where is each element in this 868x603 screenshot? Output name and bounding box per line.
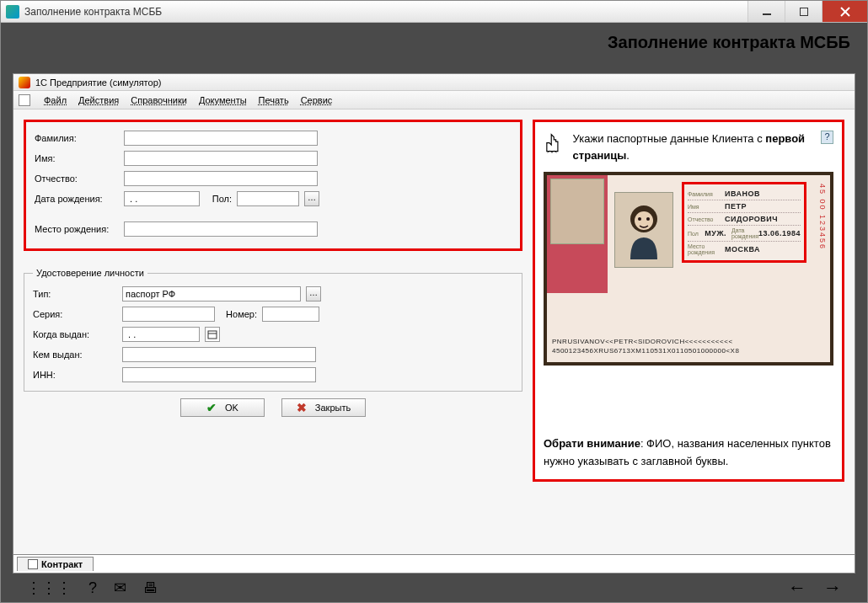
- issued-by-label: Кем выдан:: [33, 350, 117, 360]
- help-button[interactable]: ?: [821, 131, 833, 144]
- simulator-titlebar: 1С Предприятие (симулятор): [13, 74, 855, 91]
- statusbar: ⋮⋮⋮ ? ✉ 🖶 ← →: [13, 574, 855, 602]
- issued-when-input[interactable]: [122, 327, 200, 342]
- passport-highlighted-fields: ФамилияИВАНОВ ИмяПЕТР ОтчествоСИДОРОВИЧ …: [682, 182, 806, 263]
- series-label: Серия:: [33, 309, 117, 319]
- passport-number-side: 45 00 123456: [818, 184, 827, 250]
- identity-legend: Удостоверение личности: [33, 268, 147, 278]
- app-icon: [6, 5, 19, 19]
- menu-actions[interactable]: Действия: [78, 95, 119, 105]
- number-input[interactable]: [262, 307, 319, 322]
- main-window: Заполнение контракта МСББ Заполнение кон…: [0, 0, 868, 603]
- toolbar-icon[interactable]: [19, 94, 30, 106]
- name-label: Имя:: [35, 153, 119, 163]
- app-area: 1С Предприятие (симулятор) Файл Действия…: [1, 61, 867, 602]
- check-icon: ✔: [206, 401, 217, 414]
- pointer-icon: [544, 131, 565, 159]
- page-title: Заполнение контракта МСББ: [608, 33, 850, 52]
- number-label: Номер:: [220, 309, 257, 319]
- action-row: ✔ OK ✖ Закрыть: [24, 398, 522, 417]
- patronymic-input[interactable]: [124, 171, 318, 186]
- svg-point-9: [646, 217, 650, 221]
- doc-type-picker-button[interactable]: …: [306, 286, 321, 302]
- prev-button[interactable]: ←: [788, 577, 806, 599]
- menu-print[interactable]: Печать: [259, 95, 289, 105]
- menu-service[interactable]: Сервис: [301, 95, 333, 105]
- hint-text: Укажи паспортные данные Клиента с первой…: [573, 131, 812, 163]
- identity-wrapper: Удостоверение личности Тип: … Серия: Ном…: [24, 268, 522, 417]
- tab-label: Контракт: [41, 559, 83, 569]
- mrz-line2: 4500123456XRUS6713XM110531X0110501000000…: [552, 346, 825, 355]
- gender-picker-button[interactable]: …: [304, 191, 319, 206]
- gender-input[interactable]: [237, 191, 299, 206]
- minimize-button[interactable]: [747, 1, 785, 22]
- svg-rect-1: [800, 8, 808, 16]
- print-icon[interactable]: 🖶: [143, 579, 158, 597]
- svg-point-8: [638, 217, 641, 221]
- help-icon[interactable]: ?: [88, 579, 97, 597]
- birthplace-input[interactable]: [124, 221, 318, 237]
- calendar-icon: [207, 329, 217, 339]
- close-form-button[interactable]: ✖ Закрыть: [281, 398, 366, 417]
- ok-label: OK: [225, 403, 238, 413]
- simulator-window: 1С Предприятие (симулятор) Файл Действия…: [13, 73, 855, 574]
- calendar-button[interactable]: [205, 327, 220, 342]
- titlebar: Заполнение контракта МСББ: [1, 1, 867, 23]
- issued-when-label: Когда выдан:: [33, 329, 117, 339]
- 1c-logo-icon: [19, 77, 30, 88]
- simulator-title: 1С Предприятие (симулятор): [35, 77, 161, 88]
- doc-type-label: Тип:: [33, 289, 117, 299]
- hint-panel: Укажи паспортные данные Клиента с первой…: [533, 120, 844, 482]
- passport-image: ФамилияИВАНОВ ИмяПЕТР ОтчествоСИДОРОВИЧ …: [544, 172, 833, 366]
- document-icon: [28, 559, 38, 569]
- menubar: Файл Действия Справочники Документы Печа…: [13, 91, 855, 109]
- window-controls: [747, 1, 867, 22]
- inn-input[interactable]: [122, 367, 316, 382]
- series-input[interactable]: [122, 307, 215, 322]
- mail-icon[interactable]: ✉: [114, 579, 126, 597]
- pp-patronymic: СИДОРОВИЧ: [725, 215, 778, 223]
- surname-label: Фамилия:: [35, 133, 119, 143]
- left-column: Фамилия: Имя: Отчество: Дата рожден: [24, 120, 522, 544]
- hint-top: Укажи паспортные данные Клиента с первой…: [544, 131, 833, 163]
- ok-button[interactable]: ✔ OK: [180, 398, 265, 417]
- surname-input[interactable]: [124, 131, 318, 146]
- passport-photo: [614, 192, 673, 268]
- name-input[interactable]: [124, 151, 318, 166]
- gender-label: Пол:: [205, 194, 232, 204]
- hint-line1: Укажи паспортные данные Клиента с: [573, 132, 766, 145]
- identity-group: Удостоверение личности Тип: … Серия: Ном…: [24, 268, 522, 392]
- hint-note: Обрати внимание: ФИО, названия населенны…: [544, 435, 833, 471]
- footer-tabs: Контракт: [13, 554, 855, 573]
- next-button[interactable]: →: [823, 577, 842, 599]
- birthplace-label: Место рождения:: [35, 224, 119, 234]
- dob-label: Дата рождения:: [35, 194, 119, 204]
- content: Фамилия: Имя: Отчество: Дата рожден: [13, 109, 855, 554]
- apps-icon[interactable]: ⋮⋮⋮: [26, 579, 72, 597]
- maximize-button[interactable]: [785, 1, 822, 22]
- tab-contract[interactable]: Контракт: [17, 557, 94, 571]
- issued-by-input[interactable]: [122, 347, 316, 362]
- window-title: Заполнение контракта МСББ: [24, 6, 747, 18]
- menu-file[interactable]: Файл: [44, 95, 67, 105]
- passport-left-strip: [547, 175, 608, 293]
- svg-rect-0: [763, 13, 771, 15]
- pp-dob: 13.06.1984: [758, 229, 801, 237]
- mrz-line1: PNRUSIVANOV<<PETR<SIDOROVICH<<<<<<<<<<<: [552, 337, 825, 346]
- close-button[interactable]: [822, 1, 867, 22]
- dob-input[interactable]: [124, 191, 200, 206]
- page-header: Заполнение контракта МСББ: [1, 23, 867, 61]
- inn-label: ИНН:: [33, 370, 117, 380]
- menu-catalogs[interactable]: Справочники: [131, 95, 187, 105]
- patronymic-label: Отчество:: [35, 173, 119, 184]
- pp-birthplace: МОСКВА: [725, 245, 760, 253]
- pp-name: ПЕТР: [725, 202, 747, 211]
- menu-documents[interactable]: Документы: [199, 95, 247, 105]
- svg-rect-4: [208, 331, 217, 339]
- pp-sex: МУЖ.: [705, 229, 726, 237]
- x-icon: ✖: [297, 401, 307, 414]
- close-label: Закрыть: [315, 403, 351, 413]
- doc-type-input[interactable]: [122, 286, 301, 302]
- right-column: Укажи паспортные данные Клиента с первой…: [533, 120, 844, 544]
- personal-data-group: Фамилия: Имя: Отчество: Дата рожден: [24, 120, 522, 251]
